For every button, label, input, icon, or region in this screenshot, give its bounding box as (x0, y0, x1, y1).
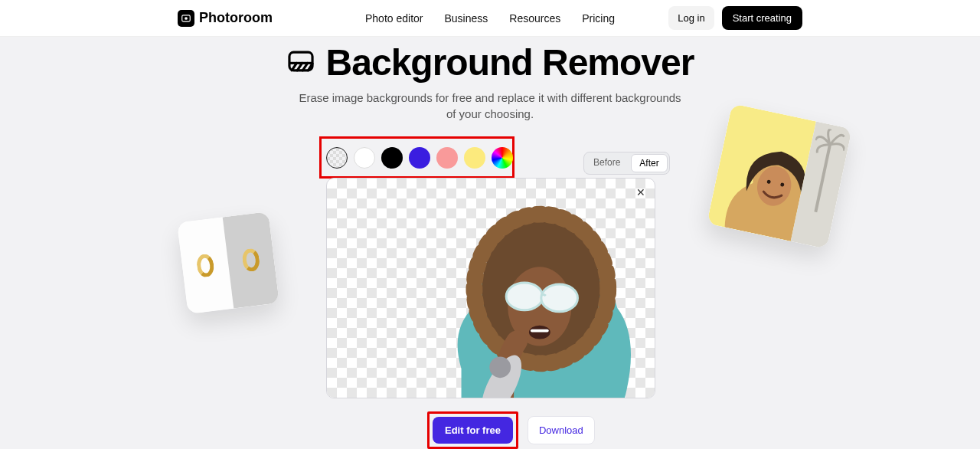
color-swatch-row (319, 136, 514, 179)
page-title: Background Remover (326, 41, 694, 84)
svg-rect-9 (531, 329, 549, 333)
svg-line-15 (815, 145, 830, 212)
brand-logo[interactable]: Photoroom (178, 10, 273, 27)
nav-pricing[interactable]: Pricing (582, 12, 615, 25)
swatch-yellow[interactable] (464, 147, 485, 169)
swatch-blue[interactable] (409, 147, 430, 169)
swatch-pink[interactable] (436, 147, 458, 169)
brand-name: Photoroom (199, 10, 273, 26)
swatch-transparent[interactable] (326, 147, 348, 169)
login-button[interactable]: Log in (668, 6, 714, 30)
toggle-before[interactable]: Before (584, 152, 629, 174)
bg-remover-icon (286, 47, 315, 79)
svg-point-7 (541, 284, 578, 312)
before-after-toggle: Before After (583, 152, 670, 175)
page-subtitle: Erase image backgrounds for free and rep… (299, 90, 681, 122)
sample-person (388, 179, 655, 398)
example-card-portrait (707, 103, 852, 249)
nav-business[interactable]: Business (444, 12, 488, 25)
svg-point-11 (489, 356, 511, 378)
start-creating-button[interactable]: Start creating (722, 6, 802, 30)
swatch-white[interactable] (354, 147, 375, 169)
swatch-color-picker[interactable] (492, 147, 513, 169)
svg-point-6 (506, 283, 543, 310)
nav-photo-editor[interactable]: Photo editor (365, 12, 423, 25)
swatch-black[interactable] (381, 147, 403, 169)
brand-icon (178, 10, 194, 27)
preview-canvas: ✕ (326, 178, 655, 398)
edit-for-free-button[interactable]: Edit for free (433, 417, 513, 444)
nav-resources[interactable]: Resources (509, 12, 560, 25)
toggle-after[interactable]: After (631, 154, 667, 172)
edit-highlight-box: Edit for free (427, 411, 518, 449)
example-card-earrings (177, 211, 279, 314)
download-button[interactable]: Download (528, 416, 595, 444)
svg-point-1 (185, 17, 188, 20)
